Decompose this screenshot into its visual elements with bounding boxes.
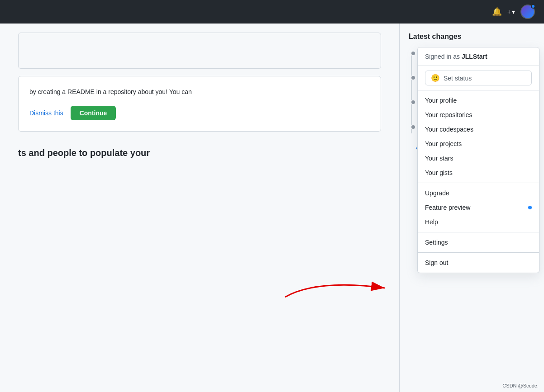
- dropdown-item[interactable]: Your codespaces: [418, 122, 539, 137]
- feature-preview-dot: [531, 4, 535, 9]
- signed-in-prefix: Signed in as: [425, 53, 462, 60]
- settings-label: Settings: [425, 239, 448, 246]
- plus-chevron-icon: ▾: [512, 8, 515, 15]
- dropdown-signout-section: Sign out: [418, 253, 539, 273]
- set-status-button[interactable]: 🙂 Set status: [425, 71, 532, 85]
- dropdown-item[interactable]: Help: [418, 215, 539, 229]
- card-body-text: by creating a README in a repository abo…: [29, 87, 370, 97]
- notification-icon[interactable]: 🔔: [492, 7, 502, 17]
- dropdown-status-section: 🙂 Set status: [418, 66, 539, 90]
- dropdown-item[interactable]: Feature preview: [418, 200, 539, 215]
- latest-changes-title: Latest changes: [409, 33, 535, 41]
- sign-out-item[interactable]: Sign out: [418, 255, 539, 270]
- top-navbar: 🔔 + ▾: [0, 0, 544, 24]
- new-item-button[interactable]: + ▾: [507, 8, 515, 15]
- dropdown-settings-section: Settings: [418, 232, 539, 253]
- watermark: CSDN @Scode.: [502, 383, 539, 388]
- main-content: by creating a README in a repository abo…: [0, 24, 544, 392]
- dropdown-item[interactable]: Upgrade: [418, 186, 539, 200]
- user-avatar-button[interactable]: [520, 5, 535, 19]
- dropdown-item[interactable]: Your profile: [418, 93, 539, 108]
- card-actions: Dismiss this Continue: [29, 106, 370, 120]
- dropdown-profile-section: Your profileYour repositoriesYour codesp…: [418, 90, 539, 183]
- user-dropdown-menu: Signed in as JLLStart 🙂 Set status Your …: [417, 47, 539, 273]
- plus-icon: +: [507, 8, 511, 15]
- top-empty-card: [18, 33, 381, 69]
- dropdown-upgrade-section: UpgradeFeature previewHelp: [418, 183, 539, 232]
- sign-out-label: Sign out: [425, 259, 448, 266]
- readme-card: by creating a README in a repository abo…: [18, 76, 381, 132]
- feature-dot: [528, 206, 532, 209]
- continue-button[interactable]: Continue: [71, 106, 116, 120]
- smiley-icon: 🙂: [431, 74, 440, 82]
- dropdown-item[interactable]: Your stars: [418, 151, 539, 165]
- dropdown-username: JLLStart: [462, 53, 487, 60]
- dropdown-item[interactable]: Your repositories: [418, 108, 539, 122]
- set-status-label: Set status: [444, 75, 472, 82]
- dropdown-item[interactable]: Your projects: [418, 137, 539, 151]
- settings-item[interactable]: Settings: [418, 235, 539, 250]
- bottom-text: ts and people to populate your: [18, 139, 381, 158]
- left-panel: by creating a README in a repository abo…: [0, 24, 399, 392]
- dismiss-link[interactable]: Dismiss this: [29, 109, 63, 117]
- dropdown-item[interactable]: Your gists: [418, 165, 539, 180]
- dropdown-header: Signed in as JLLStart: [418, 47, 539, 66]
